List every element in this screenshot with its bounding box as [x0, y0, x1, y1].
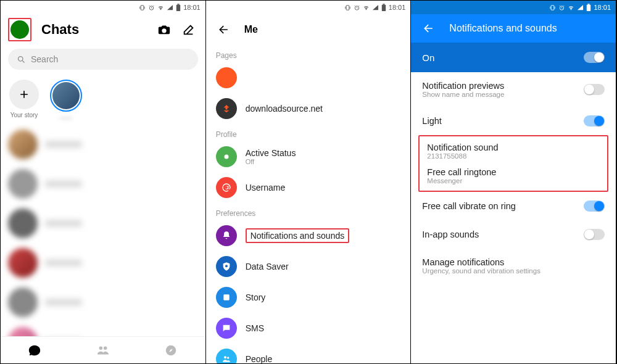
download-icon — [221, 103, 232, 114]
previews-toggle[interactable] — [584, 84, 605, 95]
add-story-circle — [9, 80, 39, 109]
status-time: 18:01 — [183, 4, 201, 11]
add-story[interactable]: Your story — [9, 80, 39, 121]
story-label: —— — [60, 114, 72, 121]
previews-item[interactable]: Notification previews Show name and mess… — [411, 72, 616, 107]
master-toggle[interactable] — [584, 52, 605, 63]
back-button[interactable] — [420, 19, 438, 38]
status-icons — [139, 4, 181, 12]
active-status-sub: Off — [246, 158, 296, 165]
section-preferences: Preferences — [206, 203, 411, 220]
people-item[interactable]: People — [206, 344, 411, 363]
nav-discover[interactable] — [162, 341, 180, 360]
chat-row[interactable] — [8, 322, 198, 336]
story-thumb — [52, 82, 80, 109]
nav-people[interactable] — [94, 341, 112, 360]
svg-rect-14 — [223, 294, 229, 300]
chats-header: Chats — [1, 14, 205, 45]
chat-icon — [28, 344, 41, 357]
svg-rect-0 — [141, 5, 144, 9]
battery-icon — [176, 4, 181, 12]
inapp-toggle[interactable] — [584, 229, 605, 240]
compose-icon — [182, 23, 196, 36]
bell-icon — [222, 231, 231, 241]
story-item[interactable]: Story — [206, 282, 411, 313]
svg-point-4 — [19, 56, 23, 61]
story-icon-bg — [216, 287, 237, 308]
manage-item[interactable]: Manage notifications Urgency, sound and … — [411, 249, 616, 283]
sound-item[interactable]: Notification sound 2131755088 — [423, 139, 603, 163]
page-title: Me — [244, 24, 258, 35]
plus-icon — [18, 88, 30, 101]
chat-row[interactable] — [8, 243, 198, 283]
sound-sub: 2131755088 — [427, 152, 498, 160]
light-item[interactable]: Light — [411, 107, 616, 135]
chat-row[interactable] — [8, 204, 198, 243]
status-bar: 18:01 — [206, 1, 411, 14]
avatar-highlight — [8, 18, 31, 41]
compose-button[interactable] — [180, 20, 198, 39]
page-item-2[interactable]: downloadsource.net — [206, 93, 411, 124]
svg-point-5 — [99, 346, 102, 350]
alarm-icon — [354, 4, 360, 11]
inapp-item[interactable]: In-app sounds — [411, 220, 616, 249]
chat-row[interactable] — [8, 125, 198, 164]
page-avatar-2 — [216, 98, 237, 119]
manage-sub: Urgency, sound and vibration settings — [422, 267, 540, 275]
username-item[interactable]: Username — [206, 172, 411, 203]
highlight-group: Notification sound 2131755088 Free call … — [418, 135, 608, 192]
status-time: 18:01 — [594, 4, 611, 11]
notifications-item[interactable]: Notifications and sounds — [206, 220, 411, 251]
vibrate-label: Free call vibrate on ring — [422, 201, 516, 211]
chat-list — [1, 125, 205, 336]
vibrate-toggle[interactable] — [584, 201, 605, 212]
chat-row[interactable] — [8, 283, 198, 322]
nav-chats[interactable] — [25, 341, 44, 360]
light-toggle[interactable] — [584, 115, 605, 126]
arrow-left-icon — [423, 22, 435, 35]
search-input[interactable]: Search — [8, 49, 198, 70]
page-avatar-1 — [216, 67, 237, 88]
card-icon — [222, 292, 231, 302]
status-time: 18:01 — [389, 4, 406, 11]
search-icon — [17, 55, 26, 64]
svg-rect-21 — [588, 4, 590, 5]
people-icon — [222, 354, 231, 363]
story-label: Story — [246, 292, 266, 302]
svg-rect-2 — [176, 4, 180, 10]
page-item-1[interactable] — [206, 62, 411, 93]
chat-row[interactable] — [8, 164, 198, 204]
camera-button[interactable] — [155, 20, 173, 39]
svg-rect-3 — [178, 4, 180, 5]
on-label: On — [422, 52, 434, 63]
page-label-2: downloadsource.net — [246, 104, 323, 114]
datasaver-item[interactable]: Data Saver — [206, 251, 411, 282]
sound-label: Notification sound — [427, 143, 498, 152]
active-status-label: Active Status — [246, 148, 296, 158]
wifi-icon — [363, 4, 370, 11]
ringtone-item[interactable]: Free call ringtone Messenger — [423, 163, 603, 188]
notif-icon-bg — [216, 225, 237, 246]
svg-point-12 — [224, 155, 228, 159]
wifi-icon — [157, 4, 164, 11]
people-icon-bg — [216, 349, 237, 363]
sms-item[interactable]: SMS — [206, 313, 411, 344]
dot-icon — [222, 152, 231, 161]
active-status-item[interactable]: Active Status Off — [206, 141, 411, 172]
master-toggle-row[interactable]: On — [411, 43, 616, 72]
battery-icon — [586, 4, 591, 12]
story-item[interactable]: —— — [50, 80, 82, 121]
username-label: Username — [246, 183, 286, 192]
panel-chats: 18:01 Chats Search Your story —— — [1, 1, 206, 363]
notif-list: Notification previews Show name and mess… — [411, 72, 616, 363]
stories-row: Your story —— — [1, 73, 205, 125]
people-icon — [96, 344, 110, 357]
people-label: People — [246, 354, 273, 363]
user-avatar[interactable] — [10, 20, 29, 39]
previews-sub: Show name and message — [422, 91, 504, 98]
back-button[interactable] — [215, 20, 233, 39]
signal-icon — [167, 4, 173, 11]
status-bar: 18:01 — [411, 1, 616, 14]
status-bar: 18:01 — [1, 1, 205, 14]
vibrate-item[interactable]: Free call vibrate on ring — [411, 192, 616, 220]
